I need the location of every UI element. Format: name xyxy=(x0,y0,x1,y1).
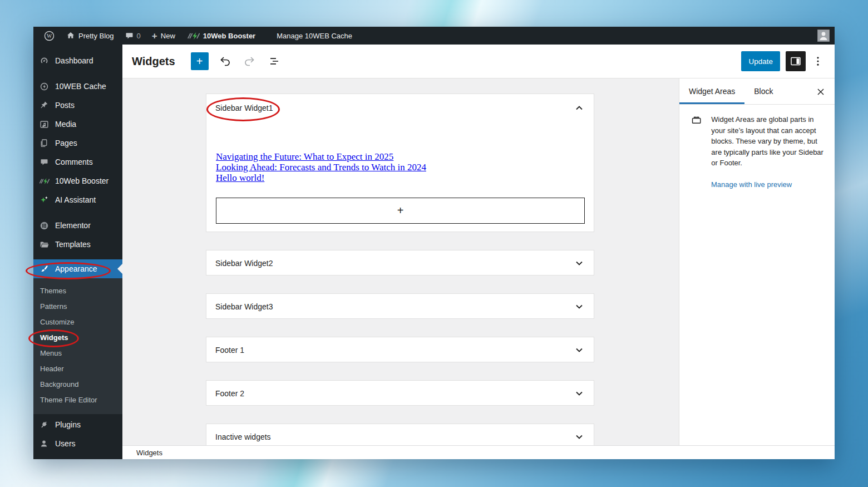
undo-button[interactable] xyxy=(215,51,235,71)
sidebar-item-appearance[interactable]: Appearance xyxy=(33,259,122,278)
comments-icon xyxy=(38,158,50,166)
sidebar-item-elementor[interactable]: Elementor xyxy=(33,216,122,235)
submenu-label: Patterns xyxy=(40,302,67,311)
panel-header-inactive-widgets[interactable]: Inactive widgets xyxy=(206,424,594,445)
sidebar-item-tools[interactable]: Tools xyxy=(33,453,122,459)
widget-area-icon xyxy=(691,114,702,126)
manage-live-preview-link[interactable]: Manage with live preview xyxy=(711,180,792,189)
sidebar-item-label: AI Assistant xyxy=(55,195,96,204)
submenu-item-themes[interactable]: Themes xyxy=(33,283,122,298)
visit-site-menu[interactable]: Pretty Blog xyxy=(61,27,120,45)
submenu-item-customize[interactable]: Customize xyxy=(33,314,122,329)
submenu-label: Themes xyxy=(40,287,66,295)
svg-text:W: W xyxy=(47,33,52,39)
user-avatar[interactable] xyxy=(817,29,830,42)
sidebar-item-label: Comments xyxy=(55,158,93,166)
options-menu-button[interactable] xyxy=(811,51,825,71)
panel-header-sidebar-widget3[interactable]: Sidebar Widget3 xyxy=(206,294,594,319)
sidebar-item-label: Plugins xyxy=(55,420,81,429)
sidebar-item-media[interactable]: Media xyxy=(33,115,122,134)
latest-posts-block: Navigating the Future: What to Expect in… xyxy=(216,151,585,183)
update-button[interactable]: Update xyxy=(741,51,780,71)
sidebar-item-users[interactable]: Users xyxy=(33,434,122,453)
settings-panel-toggle[interactable] xyxy=(786,51,806,71)
comment-count: 0 xyxy=(137,32,141,40)
sidebar-item-plugins[interactable]: Plugins xyxy=(33,415,122,434)
widget-area-panel-inactive-widgets: Inactive widgets xyxy=(206,424,594,445)
booster-bolt-icon xyxy=(186,32,200,40)
editor-toolbar: Widgets + Update xyxy=(122,45,835,78)
list-view-icon xyxy=(268,55,281,68)
plugins-icon xyxy=(38,420,50,429)
settings-sidebar: Widget Areas Block Widget Areas are glob… xyxy=(679,78,835,445)
sidebar-toggle-icon xyxy=(789,55,802,68)
sidebar-item-10web-booster[interactable]: 10Web Booster xyxy=(33,171,122,190)
booster-label: 10Web Booster xyxy=(203,32,255,40)
plus-icon: + xyxy=(397,204,404,217)
block-inserter-button[interactable]: + xyxy=(191,52,209,70)
sidebar-item-label: Pages xyxy=(55,139,77,147)
sidebar-item-dashboard[interactable]: Dashboard xyxy=(33,51,122,70)
undo-icon xyxy=(219,55,232,68)
submenu-item-widgets[interactable]: Widgets xyxy=(33,329,122,345)
submenu-item-menus[interactable]: Menus xyxy=(33,345,122,361)
block-appender-button[interactable]: + xyxy=(216,198,585,224)
panel-title: Inactive widgets xyxy=(215,432,271,441)
widget-area-panel-footer-2: Footer 2 xyxy=(206,380,594,406)
sidebar-item-posts[interactable]: Posts xyxy=(33,96,122,115)
panel-header-sidebar-widget2[interactable]: Sidebar Widget2 xyxy=(206,250,594,276)
panel-title: Sidebar Widget1 xyxy=(215,104,273,112)
new-label: New xyxy=(161,32,175,40)
booster-icon xyxy=(38,178,50,185)
tab-block[interactable]: Block xyxy=(744,78,782,104)
manage-cache-menu[interactable]: Manage 10WEB Cache xyxy=(271,27,358,45)
close-icon xyxy=(815,86,827,98)
sidebar-item-templates[interactable]: Templates xyxy=(33,235,122,254)
wordpress-logo-menu[interactable]: W xyxy=(38,27,61,45)
panel-title: Sidebar Widget2 xyxy=(215,259,273,268)
submenu-label: Theme File Editor xyxy=(40,396,97,404)
widget-areas-description: Widget Areas are global parts in your si… xyxy=(711,114,823,169)
submenu-label: Background xyxy=(40,380,78,388)
sidebar-item-comments[interactable]: Comments xyxy=(33,153,122,171)
appearance-submenu: Themes Patterns Customize Widgets Menus … xyxy=(33,278,122,414)
chevron-down-icon xyxy=(573,343,586,357)
redo-button[interactable] xyxy=(239,51,259,71)
plus-icon: + xyxy=(152,31,157,41)
panel-title: Footer 1 xyxy=(215,346,244,355)
panel-header-footer-1[interactable]: Footer 1 xyxy=(206,337,594,363)
new-content-menu[interactable]: + New xyxy=(146,27,181,45)
manage-cache-label: Manage 10WEB Cache xyxy=(277,32,352,40)
panel-header-footer-2[interactable]: Footer 2 xyxy=(206,381,594,406)
posts-pin-icon xyxy=(38,101,50,110)
sidebar-item-10web-cache[interactable]: 10WEB Cache xyxy=(33,77,122,96)
home-icon xyxy=(66,31,75,40)
list-view-button[interactable] xyxy=(264,51,284,71)
chevron-down-icon xyxy=(573,257,586,270)
submenu-item-patterns[interactable]: Patterns xyxy=(33,298,122,314)
sidebar-item-label: Appearance xyxy=(55,264,97,273)
sidebar-item-label: Users xyxy=(55,439,76,448)
kebab-menu-icon xyxy=(811,55,825,68)
post-link[interactable]: Navigating the Future: What to Expect in… xyxy=(216,151,585,162)
submenu-item-header[interactable]: Header xyxy=(33,361,122,376)
sidebar-item-ai-assistant[interactable]: AI Assistant xyxy=(33,190,122,209)
comments-menu[interactable]: 0 xyxy=(120,27,146,45)
sidebar-item-pages[interactable]: Pages xyxy=(33,134,122,153)
booster-menu[interactable]: 10Web Booster xyxy=(181,27,261,45)
submenu-item-theme-file-editor[interactable]: Theme File Editor xyxy=(33,392,122,407)
post-link[interactable]: Hello world! xyxy=(216,173,585,183)
admin-bar: W Pretty Blog 0 + New 10Web xyxy=(33,27,835,45)
submenu-item-background[interactable]: Background xyxy=(33,376,122,392)
widget-areas-tab-content: Widget Areas are global parts in your si… xyxy=(679,105,835,189)
post-link[interactable]: Looking Ahead: Forecasts and Trends to W… xyxy=(216,162,585,173)
widget-area-panel-sidebar-widget2: Sidebar Widget2 xyxy=(206,250,594,276)
tab-widget-areas[interactable]: Widget Areas xyxy=(679,78,744,104)
close-settings-button[interactable] xyxy=(811,82,831,102)
widget-area-panel-sidebar-widget3: Sidebar Widget3 xyxy=(206,293,594,319)
sidebar-item-label: Elementor xyxy=(55,221,91,230)
chevron-up-icon xyxy=(573,101,586,115)
users-icon xyxy=(38,439,50,448)
panel-header-sidebar-widget1[interactable]: Sidebar Widget1 xyxy=(206,94,594,122)
chevron-down-icon xyxy=(573,387,586,400)
